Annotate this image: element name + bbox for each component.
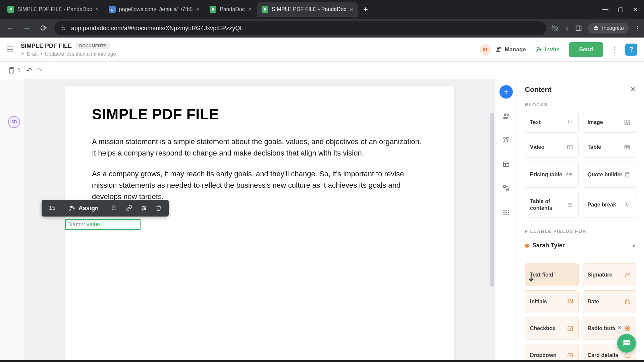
text-field-placed[interactable]: Name: value	[65, 219, 141, 230]
field-label: Signature	[588, 272, 612, 278]
canvas[interactable]: SIMPLE PDF FILE A mission statement is a…	[24, 79, 495, 362]
assignee-dropdown[interactable]: Sarah Tyler ▼	[525, 239, 636, 254]
svg-rect-31	[506, 138, 508, 139]
undo-button[interactable]: ↶	[26, 66, 32, 74]
workflow-icon[interactable]	[499, 182, 513, 195]
block-table[interactable]: Table	[583, 137, 636, 158]
browser-tab-active[interactable]: P SIMPLE PDF FILE - PandaDoc ×	[257, 2, 358, 17]
maximize-icon[interactable]: ▢	[618, 6, 624, 13]
field-initials[interactable]: Initials IN	[525, 290, 579, 313]
divider	[62, 203, 62, 213]
block-image[interactable]: Image	[583, 112, 636, 133]
document-title[interactable]: SIMPLE PDF FILE	[21, 43, 72, 50]
apps-icon[interactable]	[499, 206, 513, 219]
updated-text: Updated less than a minute ago	[45, 51, 116, 57]
more-options-button[interactable]: ⋮	[608, 45, 621, 54]
settings-icon[interactable]	[137, 203, 151, 214]
chevron-down-icon: ▼	[631, 243, 636, 248]
paragraph: As a company grows, it may reach its ear…	[92, 168, 427, 202]
card-icon	[624, 352, 631, 359]
browser-tab[interactable]: P SIMPLE PDF FILE - PandaDoc ×	[3, 2, 104, 17]
page-count: 1	[17, 67, 20, 74]
field-signature[interactable]: Signature	[583, 263, 636, 286]
svg-point-29	[507, 114, 508, 116]
chat-dismiss-button[interactable]: ✕	[615, 323, 624, 332]
block-text[interactable]: Text	[525, 112, 579, 133]
browser-tab[interactable]: P PandaDoc ×	[205, 2, 256, 17]
svg-point-24	[145, 207, 146, 208]
svg-point-3	[64, 29, 65, 30]
site-settings-icon[interactable]	[60, 25, 66, 31]
svg-point-42	[507, 212, 509, 213]
close-panel-button[interactable]: ✕	[630, 85, 636, 94]
assign-label: Assign	[78, 205, 99, 212]
assignee-name: Sarah Tyler	[532, 242, 565, 249]
tab-title: PandaDoc	[220, 6, 245, 12]
address-bar[interactable]: app.pandadoc.com/a/#/documents/XNpzmyuRG…	[54, 21, 546, 35]
font-size-input[interactable]: 15	[45, 203, 59, 214]
field-label: Card details	[588, 352, 619, 359]
user-avatar[interactable]: ST	[480, 44, 491, 55]
block-toc[interactable]: Table of contents	[525, 192, 579, 218]
close-window-icon[interactable]: ✕	[633, 6, 638, 13]
field-dropdown[interactable]: Dropdown	[525, 344, 579, 362]
text-field-value: value	[87, 221, 100, 228]
close-icon[interactable]: ×	[196, 6, 200, 13]
block-page-break[interactable]: Page break	[583, 192, 636, 218]
video-icon	[566, 143, 574, 151]
app-header: ☰ SIMPLE PDF FILE DOCUMENTS Draft • Upda…	[0, 38, 644, 62]
minimize-icon[interactable]: —	[602, 6, 608, 13]
document-page[interactable]: SIMPLE PDF FILE A mission statement is a…	[65, 86, 454, 362]
field-label: Checkbox	[530, 325, 555, 332]
duplicate-icon[interactable]	[108, 203, 121, 214]
assign-button[interactable]: Assign	[65, 202, 102, 214]
block-quote-builder[interactable]: Quote builder	[583, 162, 636, 188]
os-taskbar	[0, 360, 644, 362]
eye-off-icon[interactable]	[551, 24, 558, 32]
document-type-badge: DOCUMENTS	[76, 43, 110, 49]
status-dot-icon	[21, 52, 24, 55]
browser-menu-icon[interactable]: ⋮	[635, 25, 640, 32]
menu-button[interactable]: ☰	[7, 45, 14, 54]
close-icon[interactable]: ×	[248, 6, 252, 13]
variables-icon[interactable]	[499, 133, 513, 147]
scrollbar[interactable]	[490, 113, 494, 287]
pricing-icon	[566, 171, 574, 178]
bookmark-icon[interactable]: ☆	[565, 25, 569, 32]
image-icon	[624, 119, 631, 126]
side-panel-icon[interactable]	[575, 25, 582, 32]
recipients-icon[interactable]	[499, 109, 513, 123]
signature-icon	[624, 272, 631, 278]
help-button[interactable]: ?	[625, 44, 637, 56]
manage-button[interactable]: Manage	[495, 46, 526, 53]
back-button[interactable]: ←	[4, 22, 16, 34]
svg-point-68	[627, 327, 629, 329]
tab-title: SIMPLE PDF FILE - PandaDoc	[272, 6, 346, 12]
field-date[interactable]: Date	[583, 290, 636, 313]
move-cursor-icon: ✥	[529, 276, 534, 283]
chat-widget-button[interactable]	[617, 334, 636, 353]
svg-point-38	[505, 210, 507, 211]
reload-button[interactable]: ⟳	[38, 22, 50, 34]
block-pricing-table[interactable]: Pricing table	[525, 162, 579, 188]
field-text[interactable]: Text field ✥	[525, 263, 579, 286]
link-icon[interactable]	[122, 203, 136, 214]
presence-avatar[interactable]: SD	[8, 116, 20, 128]
delete-icon[interactable]	[152, 203, 165, 214]
calendar-icon	[624, 298, 631, 305]
browser-tab[interactable]: p pageflows.com/_/emails/_/7fb5 ×	[104, 2, 204, 17]
send-button[interactable]: Send	[569, 42, 603, 57]
new-tab-button[interactable]: +	[359, 5, 373, 14]
incognito-badge[interactable]: Incognito	[588, 23, 629, 34]
layout-icon[interactable]	[499, 158, 513, 171]
close-icon[interactable]: ×	[95, 6, 99, 13]
close-icon[interactable]: ×	[350, 6, 354, 13]
block-video[interactable]: Video	[525, 137, 579, 158]
invite-button[interactable]: Invite	[531, 44, 564, 56]
block-label: Quote builder	[588, 171, 623, 178]
pages-button[interactable]: 1	[8, 67, 20, 74]
initials-icon: IN	[568, 299, 574, 305]
favicon-pandadoc: P	[262, 6, 268, 13]
add-content-button[interactable]	[499, 85, 513, 99]
field-checkbox[interactable]: Checkbox	[525, 317, 579, 340]
